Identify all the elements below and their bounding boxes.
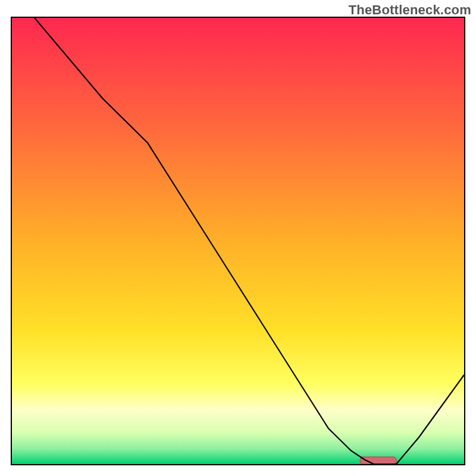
figure: TheBottleneck.com: [0, 0, 476, 476]
watermark-text: TheBottleneck.com: [349, 2, 471, 18]
gradient-background: [12, 18, 464, 464]
plot-svg: [12, 18, 464, 464]
plot-area: [11, 17, 465, 465]
